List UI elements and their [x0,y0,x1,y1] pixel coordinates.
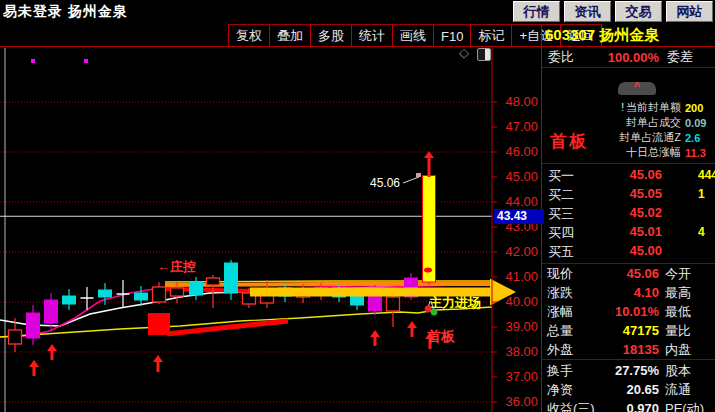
bid-row-2: 买二45.051 [542,185,715,204]
info-row-price: 现价45.06今开 [542,264,715,283]
tooltip-row: 封单占成交 0.09 [589,115,715,130]
info-row-turnover: 换手27.75%股本 [542,361,715,380]
tooltip-label: 封单占流通Z [589,130,681,145]
bid-row-5: 买五45.00 [542,242,715,261]
info-row-outer: 外盘18135内盘 [542,340,715,359]
weibi-label: 委比 [542,48,586,66]
bid-row-1: 买一45.06444 [542,166,715,185]
svg-text:首板: 首板 [427,328,456,344]
info-row-networth: 净资20.65流通 [542,380,715,399]
svg-text:46.00: 46.00 [505,144,538,159]
stock-header: 603307 扬州金泉 [545,26,715,46]
tooltip-value: 11.3 [681,147,715,159]
tooltip-row: !当前封单额 200 [589,100,715,115]
weibi-value: 100.00% [586,50,662,65]
tooltip-value: 2.6 [681,132,715,144]
quote-info-section: 现价45.06今开 涨跌4.10最高 涨幅10.01%最低 总量47175量比 … [542,264,715,360]
tooltip-value: 200 [681,102,715,114]
first-board-badge: 首板 [550,130,588,153]
alert-icon: ! [621,102,624,113]
svg-text:39.00: 39.00 [505,319,538,334]
info-row-change: 涨跌4.10最高 [542,283,715,302]
tooltip-label: 封单占成交 [589,115,681,130]
fundamental-section: 换手27.75%股本 净资20.65流通 收益(三)0.970PE(动) [542,360,715,412]
tooltip-label: 当前封单额 [626,101,681,113]
chevron-up-icon: ^ [618,82,656,91]
svg-text:37.00: 37.00 [505,369,538,384]
svg-text:42.00: 42.00 [505,244,538,259]
weicha-label: 委差 [662,48,715,66]
svg-text:主力进场: 主力进场 [429,295,481,310]
tooltip-value: 0.09 [681,117,715,129]
limit-board-section: ^ 首板 !当前封单额 200 封单占成交 0.09 封单占流通Z 2.6 十日… [542,68,715,164]
weibi-row: 委比 100.00% 委差 [542,47,715,68]
svg-text:44.00: 44.00 [505,194,538,209]
svg-text:41.00: 41.00 [505,269,538,284]
svg-text:38.00: 38.00 [505,344,538,359]
tooltip-label: 十日总涨幅 [589,145,681,160]
info-row-volume: 总量47175量比 [542,321,715,340]
seal-info-tooltip: !当前封单额 200 封单占成交 0.09 封单占流通Z 2.6 十日总涨幅 1… [589,100,715,160]
svg-text:45.06: 45.06 [370,176,400,190]
tooltip-row: 十日总涨幅 11.3 [589,145,715,160]
svg-text:←庄控: ←庄控 [157,259,196,274]
info-row-pct: 涨幅10.01%最低 [542,302,715,321]
bid-row-3: 买三45.02 [542,204,715,223]
tooltip-row: 封单占流通Z 2.6 [589,130,715,145]
bid-levels: 买一45.06444 买二45.051 买三45.02 买四45.014 买五4… [542,164,715,264]
svg-text:45.00: 45.00 [505,169,538,184]
svg-text:48.00: 48.00 [505,94,538,109]
svg-text:40.00: 40.00 [505,294,538,309]
crosshair-price-tag: 43.43 [494,209,544,224]
trading-terminal-window: 易未登录 扬州金泉 行情 资讯 交易 网站 复权 叠加 多股 统计 画线 F10… [0,0,715,412]
svg-text:47.00: 47.00 [505,119,538,134]
collapse-tab[interactable]: ^ [618,82,656,95]
svg-text:36.00: 36.00 [505,394,538,409]
quote-panel: 委比 100.00% 委差 ^ 首板 !当前封单额 200 封单占成交 0.09… [541,47,715,412]
info-row-eps: 收益(三)0.970PE(动) [542,399,715,412]
bid-row-4: 买四45.014 [542,223,715,242]
